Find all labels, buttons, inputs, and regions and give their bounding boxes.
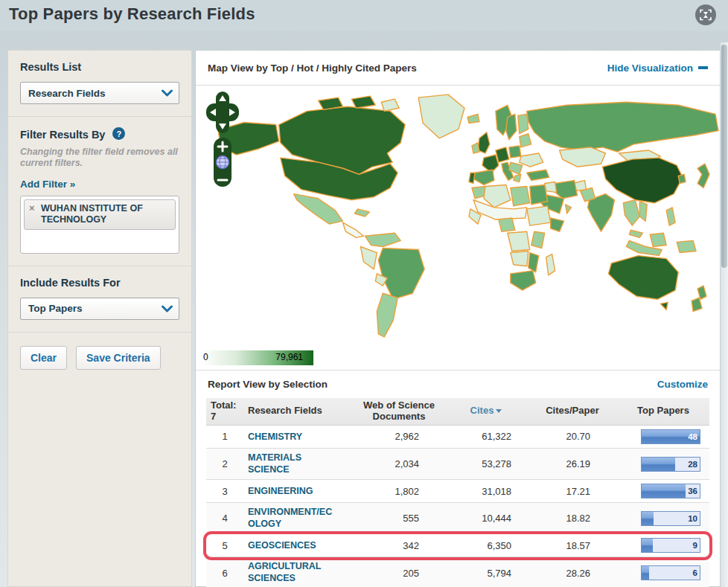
- report-view-title: Report View by Selection: [208, 379, 328, 390]
- map-view-header: Map View by Top / Hot / Highly Cited Pap…: [196, 51, 720, 86]
- map-region-angola[interactable]: [511, 251, 529, 266]
- map-region-turkey[interactable]: [527, 170, 549, 180]
- map-region-sudanchad[interactable]: [527, 206, 551, 225]
- top-papers-bar[interactable]: 48: [641, 429, 700, 444]
- field-cell: ENVIRONMENT/ECOLOGY: [243, 507, 354, 530]
- map-region-oman[interactable]: [566, 205, 572, 214]
- clear-button[interactable]: Clear: [20, 346, 67, 370]
- field-link[interactable]: AGRICULTURAL SCIENCES: [248, 561, 337, 584]
- map-region-greenland[interactable]: [418, 94, 464, 138]
- map-region-uk[interactable]: [478, 132, 490, 153]
- table-row-agricultural-sciences: 6AGRICULTURAL SCIENCES2055,79428.266: [206, 557, 709, 587]
- criteria-buttons-section: Clear Save Criteria: [8, 333, 191, 382]
- cites-per-paper-cell: 26.19: [528, 458, 617, 469]
- map-region-iraq[interactable]: [545, 182, 557, 192]
- top-papers-bar[interactable]: 9: [641, 538, 700, 553]
- map-region-ukraine[interactable]: [520, 153, 543, 167]
- map-region-libya[interactable]: [511, 187, 530, 206]
- map-region-algeria[interactable]: [484, 185, 511, 208]
- map-region-arctic3[interactable]: [381, 99, 399, 111]
- map-region-kenya[interactable]: [531, 231, 545, 248]
- top-papers-cell: 6: [617, 565, 709, 580]
- table-row-environment-ecology: 4ENVIRONMENT/ECOLOGY55510,44418.8210: [206, 503, 709, 534]
- map-region-kazakhstan[interactable]: [560, 147, 606, 167]
- map-region-baltics[interactable]: [520, 134, 531, 147]
- map-region-spain[interactable]: [473, 170, 494, 185]
- documents-cell: 555: [354, 513, 444, 524]
- choropleth-world-map[interactable]: [196, 89, 720, 344]
- map-region-russia[interactable]: [527, 102, 718, 152]
- top-papers-cell: 9: [617, 538, 709, 553]
- map-region-argentina[interactable]: [377, 293, 397, 337]
- map-region-nigeria[interactable]: [499, 218, 515, 231]
- map-region-malaysia[interactable]: [629, 230, 642, 237]
- map-region-thailand[interactable]: [623, 200, 639, 225]
- map-region-papua[interactable]: [677, 240, 696, 252]
- field-link[interactable]: ENGINEERING: [248, 486, 313, 498]
- hide-visualization-link[interactable]: Hide Visualization: [607, 62, 708, 74]
- add-filter-link[interactable]: Add Filter »: [20, 179, 75, 190]
- top-papers-bar[interactable]: 10: [641, 511, 700, 526]
- map-region-greece[interactable]: [514, 174, 521, 182]
- zoom-control-icon: [214, 138, 232, 187]
- map-region-portugal[interactable]: [469, 173, 475, 183]
- map-region-arctic2[interactable]: [351, 96, 375, 108]
- map-region-egypt[interactable]: [530, 185, 548, 205]
- results-list-select[interactable]: Research Fields: [20, 82, 179, 104]
- top-papers-bar[interactable]: 36: [641, 484, 700, 498]
- map-region-philippines[interactable]: [666, 208, 675, 225]
- field-link[interactable]: GEOSCIENCES: [248, 540, 316, 552]
- page-scrollbar-track[interactable]: [721, 42, 728, 587]
- column-header-cites-per-paper[interactable]: Cites/Paper: [528, 405, 617, 417]
- map-region-japan[interactable]: [697, 164, 709, 187]
- map-region-sweden[interactable]: [506, 114, 517, 139]
- filter-chip-label: WUHAN INSTITUTE OF TECHNOLOGY: [41, 203, 143, 225]
- include-results-select[interactable]: Top Papers: [20, 298, 179, 320]
- include-results-heading: Include Results For: [20, 277, 179, 289]
- map-color-scale-legend: 0 79,961: [202, 350, 313, 365]
- field-link[interactable]: MATERIALS SCIENCE: [248, 452, 337, 475]
- map-region-finland[interactable]: [518, 114, 529, 133]
- map-region-madagascar[interactable]: [546, 254, 555, 275]
- map-region-iran[interactable]: [554, 180, 578, 198]
- top-papers-bar[interactable]: 6: [641, 565, 700, 580]
- map-region-australia[interactable]: [608, 256, 678, 300]
- map-region-iceland[interactable]: [467, 114, 479, 123]
- map-region-china[interactable]: [602, 158, 683, 203]
- map-region-ethiopia[interactable]: [551, 218, 564, 231]
- map-region-drc[interactable]: [508, 231, 530, 251]
- map-region-colombia[interactable]: [365, 233, 400, 246]
- field-link[interactable]: ENVIRONMENT/ECOLOGY: [248, 507, 337, 530]
- map-region-centralam[interactable]: [342, 222, 363, 237]
- map-region-southafrica[interactable]: [511, 271, 536, 290]
- map-region-cuba[interactable]: [354, 209, 369, 216]
- column-header-cites[interactable]: Cites: [444, 405, 528, 417]
- column-header-top-papers[interactable]: Top Papers: [617, 405, 709, 417]
- map-region-tasmania[interactable]: [660, 302, 668, 309]
- map-region-korea[interactable]: [678, 174, 686, 183]
- top-papers-value: 6: [693, 568, 697, 577]
- page-scrollbar-thumb[interactable]: [721, 45, 727, 268]
- remove-filter-icon[interactable]: ×: [29, 202, 35, 214]
- map-region-mozambique[interactable]: [529, 253, 539, 272]
- column-header-documents[interactable]: Web of Science Documents: [354, 400, 444, 423]
- map-region-peru[interactable]: [360, 246, 377, 269]
- map-region-borneo[interactable]: [650, 233, 666, 246]
- help-icon[interactable]: ?: [112, 127, 125, 140]
- map-region-ireland[interactable]: [472, 143, 479, 153]
- field-link[interactable]: CHEMISTRY: [248, 432, 302, 443]
- map-region-nz_north[interactable]: [697, 286, 706, 299]
- map-region-nz_south[interactable]: [692, 298, 702, 311]
- filter-chip-institution[interactable]: × WUHAN INSTITUTE OF TECHNOLOGY: [24, 199, 176, 230]
- map-region-poland[interactable]: [509, 146, 521, 158]
- map-region-brazil[interactable]: [378, 248, 424, 299]
- save-criteria-button[interactable]: Save Criteria: [76, 346, 161, 370]
- map-region-vietnam[interactable]: [639, 202, 647, 221]
- map-controls[interactable]: [206, 92, 239, 190]
- table-row-chemistry: 1CHEMISTRY2,96261,32220.7048: [206, 426, 709, 449]
- map-region-mexico[interactable]: [294, 194, 343, 224]
- hourglass-expand-icon[interactable]: [695, 4, 716, 25]
- customize-link[interactable]: Customize: [657, 379, 708, 390]
- top-papers-bar[interactable]: 28: [641, 457, 700, 472]
- column-header-research-fields[interactable]: Research Fields: [243, 405, 354, 417]
